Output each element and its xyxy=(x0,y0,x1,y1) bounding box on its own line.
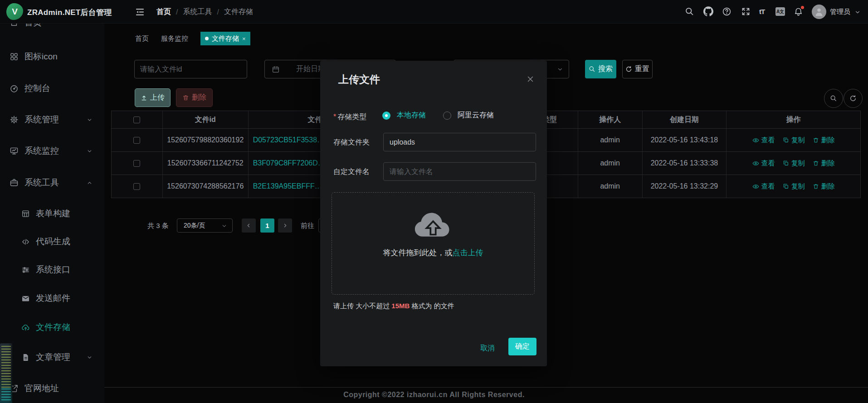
copy-link[interactable]: 复制 xyxy=(783,182,805,191)
prev-page-button[interactable] xyxy=(242,218,256,233)
sidebar-item-official-site[interactable]: 官网地址 xyxy=(0,378,104,399)
server-rack-decoration xyxy=(0,343,12,403)
page-size-value: 20条/页 xyxy=(184,222,205,230)
cell-file-id: 1526073074288562176 xyxy=(163,175,249,198)
sidebar-item-system-admin[interactable]: 系统管理 xyxy=(0,109,104,131)
row-checkbox[interactable] xyxy=(133,137,140,144)
tab-service-monitor[interactable]: 服务监控 xyxy=(161,34,188,43)
page-size-select[interactable]: 20条/页 xyxy=(177,218,233,233)
chevron-down-icon[interactable] xyxy=(854,9,861,15)
delete-link[interactable]: 删除 xyxy=(813,159,835,168)
radio-local-storage-label[interactable]: 本地存储 xyxy=(397,111,426,120)
confirm-button[interactable]: 确定 xyxy=(508,338,536,355)
radio-local-storage[interactable] xyxy=(382,112,390,120)
trash-icon xyxy=(813,160,819,166)
sidebar-item-label: 代码生成 xyxy=(36,236,70,248)
select-all-checkbox[interactable] xyxy=(133,117,140,123)
sidebar-item-label: 文件存储 xyxy=(36,321,70,333)
header-search-icon[interactable] xyxy=(685,7,694,16)
notification-bell-icon[interactable] xyxy=(794,7,803,16)
sidebar-item-system-api[interactable]: 系统接口 xyxy=(0,259,104,281)
row-checkbox[interactable] xyxy=(133,160,140,167)
file-name-link[interactable]: B2E139A95EBFFF… xyxy=(253,182,322,190)
app-title: ZRAdmin.NET后台管理 xyxy=(27,7,112,18)
sidebar-item-label: 表单构建 xyxy=(36,208,70,219)
row-checkbox[interactable] xyxy=(133,183,140,190)
tab-close-icon[interactable]: × xyxy=(242,35,246,42)
font-size-icon[interactable]: tT xyxy=(759,8,765,15)
sidebar-item-console[interactable]: 控制台 xyxy=(0,78,104,99)
upload-tip: 请上传 大小不超过 15MB 格式为 的文件 xyxy=(333,302,454,311)
sidebar-fold-icon[interactable] xyxy=(135,7,145,17)
sidebar-item-file-storage[interactable]: 文件存储 xyxy=(0,316,104,338)
sidebar-item-label: 系统监控 xyxy=(24,145,59,157)
sidebar-item-form-builder[interactable]: 表单构建 xyxy=(0,203,104,224)
sidebar-item-icons[interactable]: 图标icon xyxy=(0,46,104,68)
eye-icon xyxy=(752,137,759,144)
copy-link[interactable]: 复制 xyxy=(783,159,805,168)
pagination-total: 共 3 条 xyxy=(147,222,169,230)
sidebar-item-system-monitor[interactable]: 系统监控 xyxy=(0,140,104,162)
gear-icon xyxy=(10,115,19,124)
current-page-button[interactable]: 1 xyxy=(260,218,274,233)
refresh-icon xyxy=(625,66,632,73)
reset-button[interactable]: 重置 xyxy=(622,60,653,78)
chevron-down-icon xyxy=(87,117,93,123)
sidebar-item-system-tools[interactable]: 系统工具 xyxy=(0,172,104,194)
view-link[interactable]: 查看 xyxy=(752,182,775,191)
file-name-link[interactable]: B3F079C8FF7206D… xyxy=(253,159,325,167)
radio-aliyun-storage[interactable] xyxy=(443,112,451,120)
active-tab-dot xyxy=(205,37,209,40)
tab-home[interactable]: 首页 xyxy=(135,34,149,43)
avatar[interactable] xyxy=(812,5,826,19)
code-icon xyxy=(21,238,30,246)
tab-file-storage-active[interactable]: 文件存储 × xyxy=(200,32,250,45)
fullscreen-icon[interactable] xyxy=(741,7,751,16)
sidebar-item-article-admin[interactable]: 文章管理 xyxy=(0,346,104,368)
file-name-link[interactable]: D05723CB51F3538… xyxy=(253,136,324,144)
copy-icon xyxy=(783,160,789,166)
delete-link[interactable]: 删除 xyxy=(813,136,835,145)
github-icon[interactable] xyxy=(703,6,713,16)
breadcrumb-system-tools[interactable]: 系统工具 xyxy=(183,7,212,17)
upload-dropzone[interactable]: 将文件拖到此处，或点击上传 xyxy=(332,192,535,295)
user-name[interactable]: 管理员 xyxy=(830,8,850,16)
refresh-table-button[interactable] xyxy=(844,89,863,108)
next-page-button[interactable] xyxy=(278,218,292,233)
chevron-down-icon xyxy=(87,354,93,360)
translate-icon[interactable]: A文 xyxy=(775,7,785,16)
help-icon[interactable] xyxy=(722,7,731,16)
delete-button[interactable]: 删除 xyxy=(176,88,213,107)
storage-type-label: *存储类型 xyxy=(333,112,366,122)
dropzone-text: 将文件拖到此处，或 xyxy=(383,248,453,257)
app-logo[interactable]: V xyxy=(6,3,23,20)
breadcrumb-home[interactable]: 首页 xyxy=(156,7,171,17)
sidebar-item-label: 发送邮件 xyxy=(36,292,70,304)
copy-icon xyxy=(783,183,789,189)
dialog-title: 上传文件 xyxy=(338,73,380,87)
column-header-created: 创建日期 xyxy=(643,111,727,128)
cloud-upload-icon xyxy=(414,210,453,240)
radio-aliyun-storage-label[interactable]: 阿里云存储 xyxy=(458,111,494,120)
view-link[interactable]: 查看 xyxy=(752,159,775,168)
folder-input[interactable] xyxy=(383,133,536,151)
upload-button[interactable]: 上传 xyxy=(135,88,171,107)
file-id-input[interactable] xyxy=(134,60,247,78)
close-icon[interactable] xyxy=(527,75,534,83)
mail-icon xyxy=(21,294,30,303)
search-button[interactable]: 搜索 xyxy=(585,60,616,78)
column-header-operator: 操作人 xyxy=(578,111,643,128)
sidebar-item-send-mail[interactable]: 发送邮件 xyxy=(0,287,104,309)
chevron-down-icon xyxy=(87,148,93,154)
hide-search-button[interactable] xyxy=(824,89,843,108)
filename-input[interactable] xyxy=(383,162,536,181)
click-to-upload-link[interactable]: 点击上传 xyxy=(453,248,483,257)
app-header: V ZRAdmin.NET后台管理 首页 / 系统工具 / 文件存储 tT A文… xyxy=(0,0,868,24)
sidebar-item-code-gen[interactable]: 代码生成 xyxy=(0,231,104,252)
view-link[interactable]: 查看 xyxy=(752,136,775,145)
copy-link[interactable]: 复制 xyxy=(783,136,805,145)
cell-operator: admin xyxy=(578,129,643,151)
delete-link[interactable]: 删除 xyxy=(813,182,835,191)
sidebar-item-label: 系统工具 xyxy=(24,177,59,189)
cancel-button[interactable]: 取消 xyxy=(476,341,499,355)
